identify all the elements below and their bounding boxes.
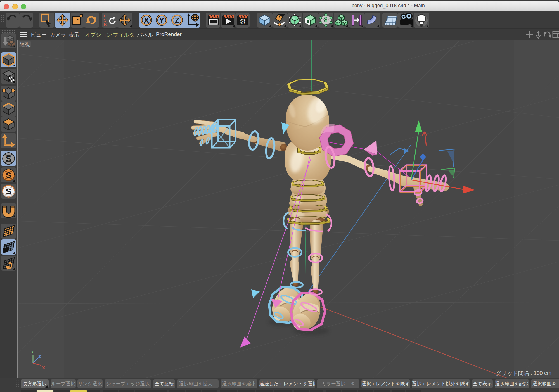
svg-text:グリッド間隔 : 100 cm: グリッド間隔 : 100 cm <box>496 370 551 376</box>
svg-text:⚙: ⚙ <box>240 17 246 26</box>
svg-text:X: X <box>144 16 149 25</box>
svg-text:S: S <box>6 154 11 163</box>
svg-text:S: S <box>6 170 11 180</box>
svg-text:Y: Y <box>159 16 164 25</box>
svg-text:S: S <box>6 187 11 196</box>
svg-text:Z: Z <box>175 16 179 25</box>
svg-text:透視: 透視 <box>20 42 30 47</box>
svg-text:R: R <box>104 22 107 27</box>
svg-text:Z: Z <box>38 354 41 359</box>
svg-text:X: X <box>42 365 45 370</box>
svg-text:Y: Y <box>31 350 34 354</box>
